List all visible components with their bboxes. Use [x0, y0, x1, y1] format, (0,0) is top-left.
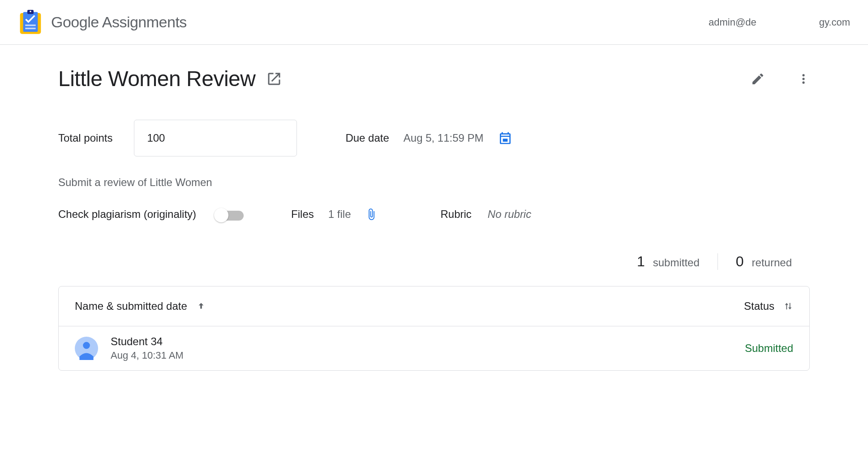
brand-light: Assignments	[99, 13, 187, 30]
student-name: Student 34	[111, 335, 184, 348]
user-email-right: gy.com	[819, 17, 850, 28]
submitted-label: submitted	[653, 256, 700, 269]
open-external-button[interactable]	[266, 71, 282, 87]
due-date-value: Aug 5, 11:59 PM	[404, 132, 484, 144]
more-vert-icon	[797, 73, 810, 85]
assignment-description: Submit a review of Little Women	[58, 176, 810, 189]
toggle-thumb	[214, 208, 228, 222]
col-status-label[interactable]: Status	[744, 300, 774, 312]
files-group: Files 1 file	[291, 207, 378, 222]
returned-label: returned	[752, 256, 792, 269]
stat-submitted: 1 submitted	[619, 253, 718, 270]
brand-bold: Google	[51, 13, 99, 30]
submissions-table: Name & submitted date Status Student 34 …	[58, 286, 810, 371]
sort-both-icon	[783, 301, 793, 311]
svg-rect-9	[503, 139, 507, 142]
page-title: Little Women Review	[58, 66, 255, 91]
files-count: 1 file	[328, 208, 351, 221]
table-row[interactable]: Student 34 Aug 4, 10:31 AM Submitted	[59, 326, 809, 370]
brand-logo: Google Assignments	[18, 10, 187, 35]
calendar-button[interactable]	[498, 130, 512, 146]
col-name-label[interactable]: Name & submitted date	[75, 300, 187, 312]
svg-rect-4	[25, 24, 35, 26]
app-header: Google Assignments admin@de gy.com	[0, 0, 868, 45]
options-row: Check plagiarism (originality) Files 1 f…	[58, 207, 810, 222]
table-header: Name & submitted date Status	[59, 286, 809, 326]
rubric-value: No rubric	[488, 208, 531, 221]
rubric-group: Rubric No rubric	[440, 208, 531, 221]
svg-rect-5	[25, 27, 35, 29]
returned-count: 0	[736, 253, 744, 270]
assignments-icon	[18, 10, 43, 35]
edit-button[interactable]	[751, 72, 786, 86]
paperclip-icon	[365, 207, 378, 222]
svg-point-7	[802, 78, 804, 80]
user-email-left: admin@de	[709, 17, 756, 28]
attachment-button[interactable]	[365, 207, 378, 222]
total-points-label: Total points	[58, 132, 112, 144]
brand-text: Google Assignments	[51, 13, 187, 31]
rubric-label: Rubric	[440, 208, 471, 221]
main-content: Little Women Review Total points Due dat…	[0, 45, 868, 389]
status-badge: Submitted	[745, 342, 793, 355]
stats-row: 1 submitted 0 returned	[58, 253, 810, 270]
avatar	[75, 337, 98, 360]
student-date: Aug 4, 10:31 AM	[111, 350, 184, 361]
svg-point-11	[83, 342, 90, 349]
more-button[interactable]	[797, 73, 810, 85]
due-date-label: Due date	[345, 132, 389, 144]
open-external-icon	[266, 71, 282, 87]
svg-point-8	[802, 81, 804, 83]
plagiarism-toggle[interactable]	[214, 208, 246, 221]
meta-row: Total points Due date Aug 5, 11:59 PM	[58, 120, 810, 156]
calendar-icon	[498, 130, 512, 146]
student-info: Student 34 Aug 4, 10:31 AM	[111, 335, 184, 361]
svg-point-3	[30, 10, 31, 12]
title-row: Little Women Review	[58, 66, 810, 91]
pencil-icon	[751, 72, 765, 86]
submitted-count: 1	[637, 253, 645, 270]
due-date-group: Due date Aug 5, 11:59 PM	[345, 130, 512, 146]
files-label: Files	[291, 208, 314, 221]
total-points-input[interactable]	[134, 120, 297, 156]
stat-returned: 0 returned	[718, 253, 810, 270]
plagiarism-label: Check plagiarism (originality)	[58, 208, 196, 221]
svg-point-6	[802, 74, 804, 76]
arrow-up-icon	[196, 301, 206, 311]
